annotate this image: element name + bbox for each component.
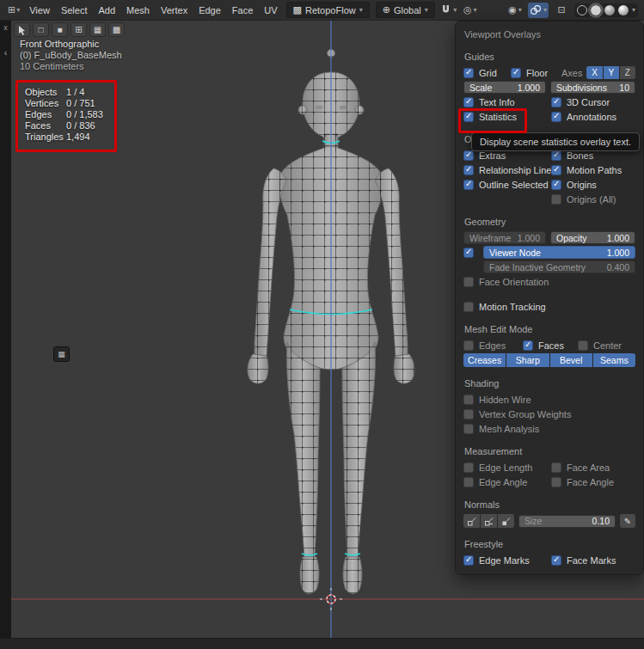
mesh-filter-button[interactable]: ▩	[108, 22, 125, 37]
statistics-toggle[interactable]: Statistics	[463, 112, 547, 122]
edge-marks-checkbox[interactable]	[463, 555, 474, 566]
face-area-checkbox[interactable]	[551, 462, 561, 473]
center-toggle[interactable]: Center	[578, 340, 622, 351]
floor-checkbox[interactable]	[511, 68, 521, 78]
text-info-toggle[interactable]: Text Info	[463, 97, 547, 107]
shading-rendered-button[interactable]	[618, 5, 629, 15]
wireframe-slider[interactable]: Wireframe 1.000	[463, 231, 546, 244]
sharp-button[interactable]: Sharp	[506, 353, 549, 367]
hidden-wire-toggle[interactable]: Hidden Wire	[463, 395, 531, 405]
axis-y-button[interactable]: Y	[604, 66, 619, 79]
3d-cursor-checkbox[interactable]	[551, 97, 561, 107]
axis-z-button[interactable]: Z	[620, 66, 635, 79]
axis-x-button[interactable]: X	[586, 66, 602, 79]
scale-slider[interactable]: Scale 1.000	[463, 81, 546, 94]
floor-toggle[interactable]: Floor	[511, 68, 557, 78]
menu-add[interactable]: Add	[93, 3, 120, 18]
shading-solid-button[interactable]	[591, 5, 601, 15]
edges-checkbox[interactable]	[463, 340, 474, 351]
origins-toggle[interactable]: Origins	[551, 180, 635, 190]
origins-checkbox[interactable]	[551, 180, 561, 190]
motion-paths-toggle[interactable]: Motion Paths	[551, 165, 635, 175]
vertex-group-weights-toggle[interactable]: Vertex Group Weights	[463, 409, 571, 419]
menu-view[interactable]: View	[24, 3, 55, 18]
origins-all-toggle[interactable]: Origins (All)	[551, 194, 635, 205]
shading-material-button[interactable]	[604, 5, 615, 15]
motion-paths-checkbox[interactable]	[551, 165, 561, 175]
grid-checkbox[interactable]	[463, 68, 474, 78]
mesh-analysis-toggle[interactable]: Mesh Analysis	[463, 424, 539, 434]
menu-mesh[interactable]: Mesh	[121, 3, 155, 18]
annotations-checkbox[interactable]	[551, 112, 561, 122]
fade-inactive-slider[interactable]: Fade Inactive Geometry 0.400	[483, 260, 635, 273]
viewer-node-checkbox[interactable]	[463, 248, 474, 258]
edge-length-checkbox[interactable]	[463, 462, 474, 473]
menu-edge[interactable]: Edge	[193, 3, 226, 18]
face-marks-checkbox[interactable]	[551, 555, 561, 566]
select-mode-face-button[interactable]: ▦	[89, 22, 106, 37]
face-marks-toggle[interactable]: Face Marks	[551, 555, 635, 566]
floating-grid-icon[interactable]: ▦	[53, 346, 70, 362]
outline-selected-checkbox[interactable]	[463, 180, 474, 190]
shading-wireframe-button[interactable]	[577, 5, 587, 15]
face-normals-icon[interactable]	[498, 514, 514, 528]
grid-toggle[interactable]: Grid	[463, 68, 506, 78]
bones-checkbox[interactable]	[551, 150, 561, 161]
extras-checkbox[interactable]	[463, 150, 474, 161]
face-angle-checkbox[interactable]	[551, 477, 561, 487]
text-info-checkbox[interactable]	[463, 97, 474, 107]
face-orientation-toggle[interactable]: Face Orientation	[463, 277, 549, 287]
annotations-toggle[interactable]: Annotations	[551, 112, 635, 122]
opacity-slider[interactable]: Opacity 1.000	[550, 231, 635, 244]
face-area-toggle[interactable]: Face Area	[551, 462, 635, 473]
edges-toggle[interactable]: Edges	[463, 340, 518, 351]
motion-tracking-toggle[interactable]: Motion Tracking	[463, 302, 546, 312]
face-angle-toggle[interactable]: Face Angle	[551, 477, 635, 487]
retopoflow-dropdown[interactable]: ▩ RetopoFlow ▾	[286, 2, 370, 18]
snap-toggle-button[interactable]: ▾	[439, 3, 459, 18]
hidden-wire-checkbox[interactable]	[463, 395, 474, 405]
xray-toggle-button[interactable]: ⊡	[551, 3, 572, 18]
relationship-lines-checkbox[interactable]	[463, 165, 474, 175]
edge-angle-toggle[interactable]: Edge Angle	[463, 477, 547, 487]
vertex-normals-icon[interactable]	[463, 514, 480, 528]
toolbar-expand-icon[interactable]: ‹	[4, 47, 8, 58]
close-icon[interactable]: x	[3, 23, 8, 32]
menu-uv[interactable]: UV	[259, 3, 282, 18]
edge-marks-toggle[interactable]: Edge Marks	[463, 555, 547, 566]
statistics-checkbox[interactable]	[463, 112, 474, 122]
faces-toggle[interactable]: Faces	[523, 340, 573, 351]
menu-face[interactable]: Face	[227, 3, 258, 18]
select-mode-vertex-button[interactable]: ■	[52, 22, 68, 37]
mesh-analysis-checkbox[interactable]	[463, 424, 474, 434]
proportional-editing-button[interactable]: ◎▾	[460, 3, 481, 18]
bevel-button[interactable]: Bevel	[550, 353, 592, 367]
show-overlays-button[interactable]: ▾	[528, 3, 549, 18]
motion-tracking-checkbox[interactable]	[463, 302, 474, 312]
pivot-point-button[interactable]: ◉▾	[505, 3, 525, 18]
normals-size-slider[interactable]: Size 0.10	[518, 515, 616, 528]
relationship-lines-toggle[interactable]: Relationship Lines	[463, 165, 547, 175]
tweak-tool-button[interactable]	[14, 22, 30, 37]
bones-toggle[interactable]: Bones	[551, 150, 635, 161]
select-box-button[interactable]: □	[33, 22, 49, 37]
editor-type-icon[interactable]: ⊞▾	[4, 4, 23, 15]
seams-button[interactable]: Seams	[593, 353, 635, 367]
menu-select[interactable]: Select	[56, 3, 93, 18]
creases-button[interactable]: Creases	[463, 353, 506, 367]
split-normals-icon[interactable]	[481, 514, 497, 528]
subdivisions-slider[interactable]: Subdivisions 10	[550, 81, 635, 94]
edge-length-toggle[interactable]: Edge Length	[463, 462, 547, 473]
extras-toggle[interactable]: Extras	[463, 150, 547, 161]
center-checkbox[interactable]	[578, 340, 588, 351]
faces-checkbox[interactable]	[523, 340, 533, 351]
outline-selected-toggle[interactable]: Outline Selected	[463, 180, 547, 190]
origins-all-checkbox[interactable]	[551, 194, 561, 205]
face-orientation-checkbox[interactable]	[463, 277, 474, 287]
select-mode-edge-button[interactable]: ⊞	[71, 22, 87, 37]
transform-orientation-dropdown[interactable]: ⊕ Global ▾	[376, 2, 435, 18]
vertex-group-weights-checkbox[interactable]	[463, 409, 474, 419]
edge-angle-checkbox[interactable]	[463, 477, 474, 487]
menu-vertex[interactable]: Vertex	[156, 3, 193, 18]
normals-edit-button[interactable]: ✎	[620, 514, 635, 528]
